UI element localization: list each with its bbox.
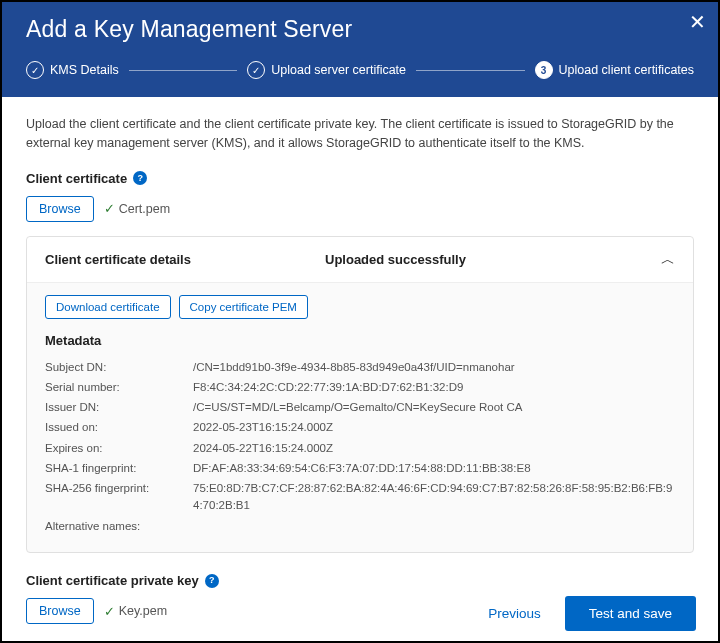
metadata-key: Serial number:	[45, 379, 193, 396]
step-number-icon: 3	[535, 61, 553, 79]
client-certificate-label: Client certificate ?	[26, 169, 694, 189]
chevron-up-icon[interactable]: ︿	[661, 249, 675, 270]
check-icon: ✓	[104, 199, 115, 219]
step-divider	[129, 70, 237, 71]
metadata-heading: Metadata	[45, 331, 675, 351]
test-and-save-button[interactable]: Test and save	[565, 596, 696, 631]
metadata-row: Issued on:2022-05-23T16:15:24.000Z	[45, 419, 675, 436]
metadata-list: Subject DN:/CN=1bdd91b0-3f9e-4934-8b85-8…	[45, 359, 675, 535]
metadata-row: SHA-256 fingerprint:75:E0:8D:7B:C7:CF:28…	[45, 480, 675, 515]
metadata-value: F8:4C:34:24:2C:CD:22:77:39:1A:BD:D7:62:B…	[193, 379, 463, 396]
metadata-row: Issuer DN:/C=US/ST=MD/L=Belcamp/O=Gemalt…	[45, 399, 675, 416]
client-key-label: Client certificate private key ?	[26, 571, 694, 591]
metadata-key: Expires on:	[45, 440, 193, 457]
step-label: Upload client certificates	[559, 63, 694, 77]
step-label: Upload server certificate	[271, 63, 406, 77]
details-header[interactable]: Client certificate details Uploaded succ…	[27, 237, 693, 283]
step-divider	[416, 70, 524, 71]
browse-client-cert-button[interactable]: Browse	[26, 196, 94, 222]
metadata-key: SHA-256 fingerprint:	[45, 480, 193, 515]
metadata-value: 2022-05-23T16:15:24.000Z	[193, 419, 333, 436]
dialog-header: ✕ Add a Key Management Server ✓ KMS Deta…	[2, 2, 718, 97]
metadata-row: Expires on:2024-05-22T16:15:24.000Z	[45, 440, 675, 457]
help-icon[interactable]: ?	[205, 574, 219, 588]
metadata-key: SHA-1 fingerprint:	[45, 460, 193, 477]
metadata-key: Alternative names:	[45, 518, 193, 535]
step-upload-client-certs[interactable]: 3 Upload client certificates	[535, 61, 694, 79]
intro-text: Upload the client certificate and the cl…	[26, 115, 694, 153]
metadata-key: Issuer DN:	[45, 399, 193, 416]
previous-button[interactable]: Previous	[488, 606, 541, 621]
metadata-key: Issued on:	[45, 419, 193, 436]
help-icon[interactable]: ?	[133, 171, 147, 185]
client-cert-details-card: Client certificate details Uploaded succ…	[26, 236, 694, 553]
metadata-row: SHA-1 fingerprint:DF:AF:A8:33:34:69:54:C…	[45, 460, 675, 477]
upload-status: Uploaded successfully	[325, 250, 466, 270]
dialog-title: Add a Key Management Server	[26, 16, 694, 43]
dialog-body: Upload the client certificate and the cl…	[2, 97, 718, 643]
copy-certificate-pem-button[interactable]: Copy certificate PEM	[179, 295, 308, 319]
metadata-value: /C=US/ST=MD/L=Belcamp/O=Gemalto/CN=KeySe…	[193, 399, 522, 416]
close-icon[interactable]: ✕	[689, 10, 706, 34]
metadata-row: Subject DN:/CN=1bdd91b0-3f9e-4934-8b85-8…	[45, 359, 675, 376]
step-label: KMS Details	[50, 63, 119, 77]
download-certificate-button[interactable]: Download certificate	[45, 295, 171, 319]
wizard-steps: ✓ KMS Details ✓ Upload server certificat…	[26, 61, 694, 79]
metadata-value: DF:AF:A8:33:34:69:54:C6:F3:7A:07:DD:17:5…	[193, 460, 531, 477]
step-upload-server-cert[interactable]: ✓ Upload server certificate	[247, 61, 406, 79]
metadata-value: 2024-05-22T16:15:24.000Z	[193, 440, 333, 457]
metadata-value: /CN=1bdd91b0-3f9e-4934-8b85-83d949e0a43f…	[193, 359, 515, 376]
metadata-key: Subject DN:	[45, 359, 193, 376]
metadata-value: 75:E0:8D:7B:C7:CF:28:87:62:BA:82:4A:46:6…	[193, 480, 675, 515]
step-kms-details[interactable]: ✓ KMS Details	[26, 61, 119, 79]
check-icon: ✓	[26, 61, 44, 79]
client-cert-filename: ✓ Cert.pem	[104, 199, 170, 219]
check-icon: ✓	[247, 61, 265, 79]
metadata-row: Alternative names:	[45, 518, 675, 535]
dialog-footer: Previous Test and save	[0, 596, 720, 631]
details-title: Client certificate details	[45, 250, 325, 270]
metadata-row: Serial number:F8:4C:34:24:2C:CD:22:77:39…	[45, 379, 675, 396]
